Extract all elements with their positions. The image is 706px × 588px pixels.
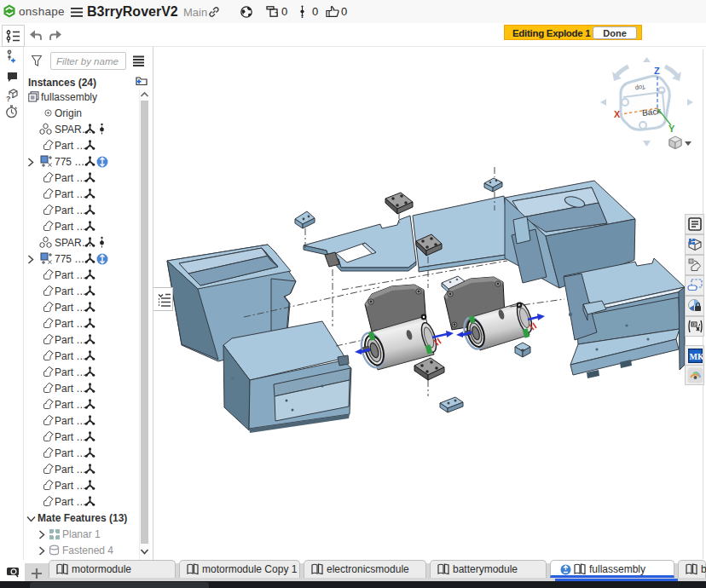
svg-text:Y: Y (668, 124, 675, 134)
svg-text:MK: MK (690, 352, 703, 361)
svg-text:Z: Z (654, 66, 660, 76)
svg-text:X: X (614, 109, 621, 119)
